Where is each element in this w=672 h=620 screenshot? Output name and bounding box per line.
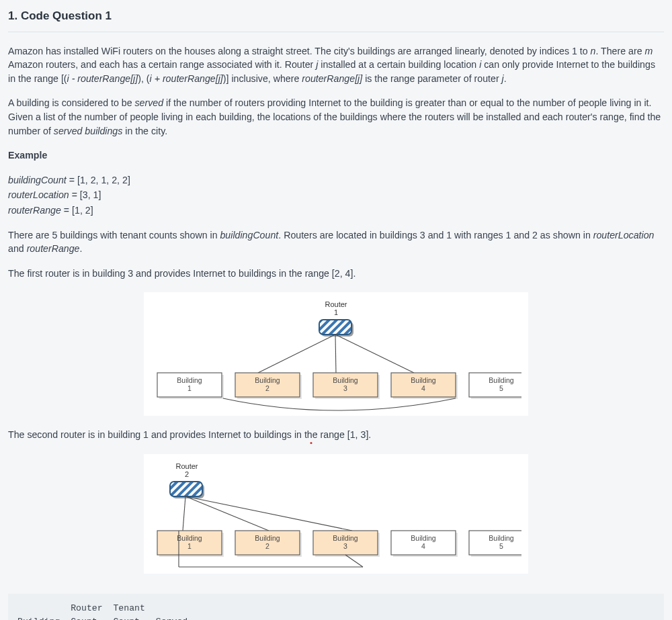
router-label: Router <box>175 462 198 470</box>
svg-line-3 <box>258 335 335 373</box>
svg-line-29 <box>185 496 352 531</box>
svg-text:2: 2 <box>265 384 269 392</box>
example-rr: routerRange = [1, 2] <box>8 204 664 218</box>
building-4: Building 4 <box>391 373 458 399</box>
example-rl: routerLocation = [3, 1] <box>8 188 664 202</box>
building-4: Building 4 <box>391 531 458 557</box>
router-num: 2 <box>185 470 189 478</box>
range-arc <box>223 398 456 410</box>
svg-text:3: 3 <box>343 384 347 392</box>
svg-text:1: 1 <box>187 542 192 550</box>
svg-text:4: 4 <box>421 384 425 392</box>
second-router-paragraph: The second router is in building 1 and p… <box>8 428 664 442</box>
svg-text:1: 1 <box>187 384 192 392</box>
svg-text:Building: Building <box>411 534 436 542</box>
svg-text:Building: Building <box>333 534 358 542</box>
svg-text:3: 3 <box>343 542 347 550</box>
question-title: 1. Code Question 1 <box>8 8 664 25</box>
svg-text:2: 2 <box>265 542 269 550</box>
svg-text:5: 5 <box>499 384 503 392</box>
example-bc: buildingCount = [1, 2, 1, 2, 2] <box>8 173 664 187</box>
building-2: Building 2 <box>235 531 302 557</box>
building-3: Building 3 <box>313 373 380 399</box>
svg-line-28 <box>185 496 269 531</box>
svg-text:Building: Building <box>255 376 280 384</box>
building-5: Building 5 <box>469 531 521 557</box>
diagram-2: Router 2 Building 1 Building 2 Building … <box>144 454 528 574</box>
building-1: Building 1 <box>157 373 224 399</box>
building-2: Building 2 <box>235 373 302 399</box>
svg-text:Building: Building <box>489 534 514 542</box>
svg-line-5 <box>335 335 414 373</box>
svg-text:4: 4 <box>421 542 425 550</box>
svg-text:5: 5 <box>499 542 503 550</box>
first-router-paragraph: The first router is in building 3 and pr… <box>8 267 664 281</box>
svg-text:Building: Building <box>489 376 514 384</box>
svg-line-4 <box>335 335 336 373</box>
router-box <box>170 482 202 496</box>
svg-text:Building: Building <box>411 376 436 384</box>
intro-paragraph-1: Amazon has installed WiFi routers on the… <box>8 44 664 86</box>
router-label: Router <box>325 300 347 308</box>
svg-text:Building: Building <box>177 376 202 384</box>
building-5: Building 5 <box>469 373 521 399</box>
router-box <box>319 320 351 335</box>
building-3: Building 3 <box>313 531 380 557</box>
svg-line-27 <box>183 496 185 531</box>
there-are-paragraph: There are 5 buildings with tenant counts… <box>8 228 664 256</box>
router-num: 1 <box>334 308 338 316</box>
svg-text:Building: Building <box>177 534 202 542</box>
separator <box>8 32 664 32</box>
diagram-1: Router 1 Building 1 Building 2 Building … <box>144 292 528 416</box>
svg-text:Building: Building <box>333 376 358 384</box>
example-heading: Example <box>8 148 664 163</box>
building-1: Building 1 <box>157 531 224 557</box>
svg-text:Building: Building <box>255 534 280 542</box>
intro-paragraph-2: A building is considered to be served if… <box>8 96 664 138</box>
served-table: Router Tenant Building Count Count Serve… <box>8 594 664 620</box>
